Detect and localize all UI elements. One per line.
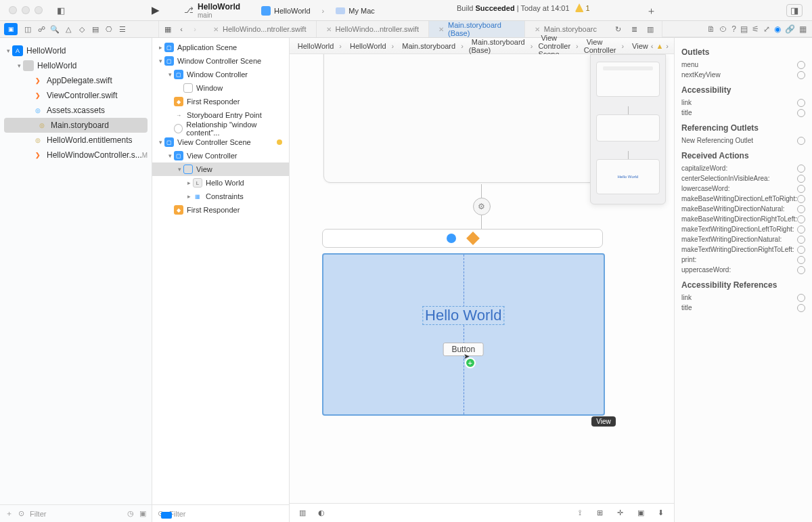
nav-file-3[interactable]: ◎Main.storyboard — [4, 118, 148, 133]
attributes-inspector-icon[interactable]: ⚟ — [752, 24, 759, 34]
scheme-selector[interactable]: HelloWorld My Mac — [257, 3, 379, 18]
pin-icon[interactable]: ⊞ — [594, 507, 606, 519]
nav-group-row[interactable]: ▾HelloWorld — [0, 58, 152, 73]
outline-row[interactable]: ▾View — [152, 162, 289, 176]
outlet-row[interactable]: makeTextWritingDirectionRightToLeft: — [681, 244, 805, 255]
crumb-item[interactable]: View Controller — [584, 38, 616, 54]
crumb-warning-icon[interactable]: ▲ — [656, 42, 663, 50]
toggle-inspector-icon[interactable]: ◨ — [786, 4, 803, 17]
filter-scope-icon[interactable]: ⊙ — [18, 509, 24, 518]
outline-filter-field[interactable]: Filter — [169, 510, 284, 518]
connection-ring-icon[interactable] — [797, 61, 805, 69]
connection-ring-icon[interactable] — [797, 215, 805, 223]
outlet-row[interactable]: centerSelectionInVisibleArea: — [681, 173, 805, 183]
outlet-row[interactable]: link — [681, 97, 805, 108]
connection-ring-icon[interactable] — [797, 71, 805, 79]
nav-file-1[interactable]: ❯ViewController.swift — [0, 88, 152, 103]
minimap[interactable]: Hello World — [590, 54, 666, 204]
find-icon[interactable]: 🔍 — [49, 23, 61, 35]
help-inspector-icon[interactable]: ? — [731, 24, 736, 34]
related-items-icon[interactable]: ▦ — [162, 23, 174, 35]
outlet-row[interactable]: makeBaseWritingDirectionLeftToRight: — [681, 194, 805, 204]
nav-file-4[interactable]: ◎HelloWorld.entitlements — [0, 133, 152, 148]
connections-inspector-icon[interactable]: ◉ — [774, 24, 781, 34]
connection-ring-icon[interactable] — [797, 266, 805, 274]
embed-icon[interactable]: ▣ — [635, 507, 647, 519]
close-tab-icon[interactable]: ✕ — [535, 26, 540, 33]
outlet-row[interactable]: nextKeyView — [681, 70, 805, 80]
file-inspector-icon[interactable]: 🗎 — [707, 24, 715, 34]
minimize-dot[interactable] — [22, 6, 30, 14]
outline-row[interactable]: ◆First Responder — [152, 95, 289, 108]
outlet-row[interactable]: makeBaseWritingDirectionNatural: — [681, 204, 805, 214]
close-tab-icon[interactable]: ✕ — [438, 26, 444, 33]
scm-filter-icon[interactable]: ▣ — [139, 509, 146, 518]
preview-icon[interactable]: ◐ — [315, 507, 328, 519]
add-icon[interactable]: ＋ — [5, 508, 13, 519]
close-tab-icon[interactable]: ✕ — [213, 26, 219, 33]
hello-world-label[interactable]: Hello World — [422, 306, 504, 325]
crumb-forward-icon[interactable]: › — [666, 42, 669, 50]
outlet-row[interactable]: print: — [681, 255, 805, 265]
outline-row[interactable]: ▸▢Application Scene — [152, 41, 289, 54]
nav-file-0[interactable]: ❯AppDelegate.swift — [0, 73, 152, 88]
issues-icon[interactable]: △ — [62, 23, 74, 35]
outline-row[interactable]: ▾▢Window Controller Scene — [152, 54, 289, 68]
nav-file-2[interactable]: ◎Assets.xcassets — [0, 103, 152, 118]
effects-inspector-icon[interactable]: ▦ — [799, 24, 807, 34]
source-control-icon[interactable]: ◫ — [22, 23, 34, 35]
outline-row[interactable]: ▾▢View Controller Scene — [152, 135, 289, 149]
debug-bar-icon[interactable] — [161, 512, 172, 520]
outlet-row[interactable]: menu — [681, 60, 805, 70]
debug-icon[interactable]: ▤ — [89, 23, 102, 35]
outline-row[interactable]: ▸▦Constraints — [152, 190, 289, 203]
window-controller-preview[interactable] — [323, 54, 608, 183]
connection-ring-icon[interactable] — [797, 225, 805, 234]
toggle-navigator-icon[interactable]: ◧ — [53, 4, 69, 17]
view-controller-dock-icon[interactable] — [447, 234, 456, 243]
ib-canvas[interactable]: ⚙ ▼ Hello World Button ➤ + View — [290, 54, 674, 503]
zoom-dot[interactable] — [35, 6, 43, 14]
outline-row[interactable]: Window — [152, 81, 289, 95]
warnings-indicator[interactable]: 1 — [575, 3, 590, 12]
download-icon[interactable]: ⬇ — [655, 507, 667, 519]
tests-icon[interactable]: ◇ — [76, 23, 88, 35]
bindings-inspector-icon[interactable]: 🔗 — [785, 24, 795, 34]
close-tab-icon[interactable]: ✕ — [326, 26, 332, 33]
symbols-icon[interactable]: ☍ — [35, 23, 47, 35]
connection-ring-icon[interactable] — [797, 236, 805, 244]
connection-ring-icon[interactable] — [797, 185, 805, 193]
outline-row[interactable]: ▾▢View Controller — [152, 149, 289, 162]
nav-file-5[interactable]: ❯HelloWindowController.s...M — [0, 148, 152, 162]
activity-status[interactable]: Build Succeeded | Today at 14:01 1 — [457, 3, 590, 12]
outlet-row[interactable]: makeTextWritingDirectionNatural: — [681, 234, 805, 244]
connection-ring-icon[interactable] — [797, 195, 805, 203]
editor-tab-2[interactable]: ✕Main.storyboard (Base) — [429, 21, 525, 37]
forward-icon[interactable]: › — [189, 23, 201, 35]
outlet-row[interactable]: link — [681, 292, 805, 303]
adjust-editor-icon[interactable]: ≣ — [628, 23, 640, 35]
nav-project-row[interactable]: ▾AHelloWorld — [0, 43, 152, 58]
connection-ring-icon[interactable] — [797, 137, 805, 145]
editor-tab-1[interactable]: ✕HelloWindo...ntroller.swift — [317, 21, 430, 37]
crumb-item[interactable]: HelloWorld — [295, 42, 334, 50]
filter-field[interactable]: Filter — [30, 510, 122, 518]
outline-row[interactable]: →Storyboard Entry Point — [152, 108, 289, 122]
identity-inspector-icon[interactable]: ▤ — [740, 24, 748, 34]
connection-ring-icon[interactable] — [797, 109, 805, 117]
connection-ring-icon[interactable] — [797, 294, 805, 302]
outline-row[interactable]: ▾▢Window Controller — [152, 68, 289, 81]
crumb-back-icon[interactable]: ‹ — [651, 42, 654, 50]
connection-ring-icon[interactable] — [797, 256, 805, 264]
outline-toggle-icon[interactable]: ▥ — [296, 507, 309, 519]
add-editor-icon[interactable]: ▥ — [644, 23, 656, 35]
back-icon[interactable]: ‹ — [175, 23, 187, 35]
outlet-row[interactable]: uppercaseWord: — [681, 265, 805, 275]
reports-icon[interactable]: ☰ — [116, 23, 129, 35]
branch-name[interactable]: main — [198, 12, 240, 19]
connection-ring-icon[interactable] — [797, 175, 805, 183]
align-icon[interactable]: ⟟ — [574, 507, 586, 519]
outline-row[interactable]: ▸LHello World — [152, 176, 289, 190]
crumb-item[interactable]: Main.storyboard — [399, 42, 455, 50]
jump-bar[interactable]: HelloWorldHelloWorldMain.storyboardMain.… — [290, 38, 674, 54]
